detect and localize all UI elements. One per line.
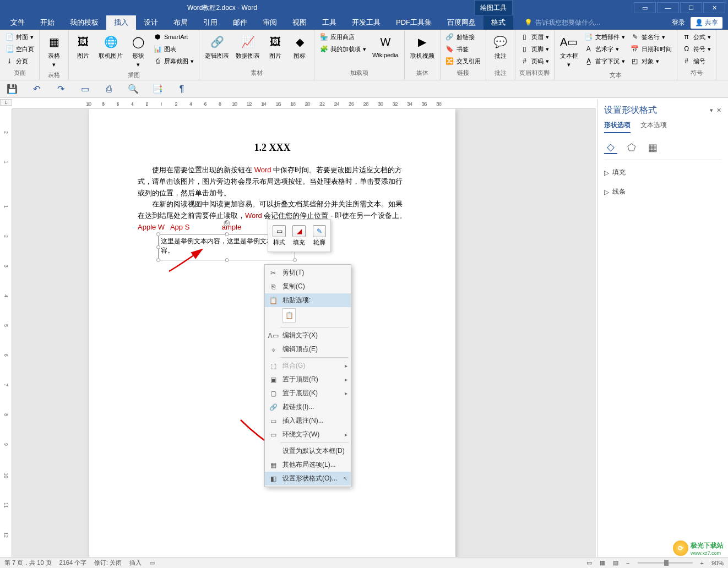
- equation-button[interactable]: π公式 ▾: [681, 31, 713, 42]
- undo-button[interactable]: ↶: [30, 83, 43, 96]
- qat-btn-5[interactable]: ⎙: [102, 83, 116, 96]
- pictures-button[interactable]: 🖼图片: [72, 31, 94, 62]
- online-video-button[interactable]: ▶联机视频: [408, 31, 437, 62]
- header-button[interactable]: ▯页眉 ▾: [519, 31, 551, 42]
- ctx-bring-front[interactable]: ▣置于顶层(R)▸: [265, 373, 351, 386]
- bookmark-button[interactable]: 🔖书签: [444, 43, 482, 54]
- symbol-button[interactable]: Ω符号 ▾: [681, 43, 713, 54]
- cover-page-button[interactable]: 📄封面 ▾: [3, 31, 36, 42]
- zoom-in-button[interactable]: +: [700, 560, 704, 566]
- ctx-hyperlink[interactable]: 🔗超链接(I)...: [265, 400, 351, 414]
- store-button[interactable]: 🏪应用商店: [318, 31, 368, 42]
- fill-section[interactable]: ▷填充: [604, 166, 721, 179]
- shape-options-tab[interactable]: 形状选项: [604, 121, 631, 133]
- ctx-format-shape[interactable]: ◧设置形状格式(O)...↖: [265, 472, 351, 485]
- crossref-button[interactable]: 🔀交叉引用: [444, 56, 482, 67]
- status-track[interactable]: 修订: 关闭: [94, 559, 122, 567]
- ctx-copy[interactable]: ⎘复制(C): [265, 280, 351, 293]
- wordart-button[interactable]: A艺术字 ▾: [583, 43, 627, 54]
- tell-me-search[interactable]: 💡 告诉我您想要做什么...: [513, 18, 672, 28]
- ctx-send-back[interactable]: ▢置于底层(K)▸: [265, 386, 351, 400]
- line-section[interactable]: ▷线条: [604, 185, 721, 199]
- resize-handle-nw[interactable]: [156, 232, 160, 236]
- ctx-more-layout[interactable]: ▦其他布局选项(L)...: [265, 458, 351, 472]
- wikipedia-button[interactable]: WWikipedia: [370, 31, 401, 60]
- ribbon-options-icon[interactable]: ▭: [634, 2, 656, 13]
- tab-developer[interactable]: 开发工具: [344, 15, 388, 30]
- tab-mytemplates[interactable]: 我的模板: [62, 15, 106, 30]
- status-page[interactable]: 第 7 页，共 10 页: [4, 559, 52, 567]
- view-print-icon[interactable]: ▦: [600, 559, 605, 566]
- ctx-cut[interactable]: ✂剪切(T): [265, 266, 351, 280]
- text-options-tab[interactable]: 文本选项: [640, 121, 667, 133]
- qat-btn-8[interactable]: ¶: [175, 83, 188, 96]
- share-button[interactable]: 👤 共享: [691, 17, 722, 29]
- tab-baidu[interactable]: 百度网盘: [439, 15, 483, 30]
- logic-chart-button[interactable]: 🔗逻辑图表: [203, 31, 231, 62]
- tab-review[interactable]: 审阅: [255, 15, 285, 30]
- smartart-button[interactable]: ⬢SmartArt: [151, 31, 195, 42]
- mini-fill-button[interactable]: ◢填充: [290, 221, 308, 250]
- save-button[interactable]: 💾: [6, 83, 19, 96]
- redo-button[interactable]: ↷: [54, 83, 67, 96]
- zoom-slider[interactable]: [638, 562, 693, 564]
- mini-outline-button[interactable]: ✎轮廓: [310, 221, 329, 250]
- tab-insert[interactable]: 插入: [106, 15, 136, 30]
- pane-dropdown-icon[interactable]: ▾: [710, 107, 713, 114]
- qat-btn-6[interactable]: 🔍: [127, 83, 140, 96]
- pagenum-button[interactable]: #页码 ▾: [519, 56, 551, 67]
- shapes-button[interactable]: ◯形状▾: [127, 31, 149, 70]
- blank-page-button[interactable]: 📃空白页: [3, 43, 36, 54]
- dropcap-button[interactable]: A̲首字下沉 ▾: [583, 56, 627, 67]
- tab-mailings[interactable]: 邮件: [225, 15, 255, 30]
- number-button[interactable]: #编号: [681, 56, 713, 67]
- resize-handle-w[interactable]: [156, 245, 160, 249]
- horizontal-ruler[interactable]: 1086422468101214161820222426283032343638: [12, 99, 596, 109]
- ctx-edit-points[interactable]: ⟐编辑顶点(E): [265, 342, 351, 356]
- view-read-icon[interactable]: ▭: [586, 559, 592, 566]
- hyperlink-button[interactable]: 🔗超链接: [444, 31, 482, 42]
- close-icon[interactable]: ✕: [703, 2, 725, 13]
- tab-pdf[interactable]: PDF工具集: [388, 15, 439, 30]
- screenshot-button[interactable]: ⎙屏幕截图 ▾: [151, 56, 195, 67]
- fill-line-tab-icon[interactable]: ◇: [604, 141, 617, 154]
- zoom-level[interactable]: 90%: [711, 560, 724, 566]
- minimize-icon[interactable]: —: [657, 2, 679, 13]
- zoom-out-button[interactable]: −: [626, 560, 629, 566]
- online-pictures-button[interactable]: 🌐联机图片: [96, 31, 125, 62]
- login-link[interactable]: 登录: [672, 18, 685, 28]
- ctx-edit-text[interactable]: A▭编辑文字(X): [265, 329, 351, 342]
- effects-tab-icon[interactable]: ⬠: [625, 141, 638, 154]
- status-extra-icon[interactable]: ▭: [149, 559, 155, 566]
- qat-btn-4[interactable]: ▭: [78, 83, 91, 96]
- tab-view[interactable]: 视图: [285, 15, 314, 30]
- qat-btn-7[interactable]: 📑: [151, 83, 164, 96]
- my-addins-button[interactable]: 🧩我的加载项 ▾: [318, 43, 368, 54]
- resize-handle-se[interactable]: [293, 258, 297, 262]
- vertical-ruler[interactable]: 2112345678910111213141516171819202122232…: [0, 109, 12, 557]
- tab-file[interactable]: 文件: [3, 15, 32, 30]
- pane-close-icon[interactable]: ✕: [716, 107, 721, 114]
- material-picture-button[interactable]: 🖼图片: [264, 31, 286, 62]
- textbox-button[interactable]: A▭文本框▾: [558, 31, 580, 70]
- data-chart-button[interactable]: 📈数据图表: [233, 31, 262, 62]
- object-button[interactable]: ◰对象 ▾: [629, 56, 673, 67]
- mini-style-button[interactable]: ▭样式: [270, 221, 289, 250]
- ctx-wrap-text[interactable]: ▭环绕文字(W)▸: [265, 428, 351, 441]
- layout-tab-icon[interactable]: ▦: [646, 141, 659, 154]
- resize-handle-s[interactable]: [225, 258, 229, 262]
- tab-home[interactable]: 开始: [32, 15, 62, 30]
- tab-tools[interactable]: 工具: [314, 15, 344, 30]
- tab-design[interactable]: 设计: [136, 15, 166, 30]
- status-words[interactable]: 2164 个字: [59, 559, 87, 567]
- datetime-button[interactable]: 📅日期和时间: [629, 43, 673, 54]
- tab-references[interactable]: 引用: [195, 15, 225, 30]
- rotation-handle[interactable]: [224, 220, 230, 226]
- tab-layout[interactable]: 布局: [166, 15, 195, 30]
- ctx-paste-picture[interactable]: 📋: [282, 308, 296, 323]
- quickparts-button[interactable]: 📑文档部件 ▾: [583, 31, 627, 42]
- footer-button[interactable]: ▯页脚 ▾: [519, 43, 551, 54]
- comment-button[interactable]: 💬批注: [490, 31, 512, 62]
- resize-handle-sw[interactable]: [156, 258, 160, 262]
- tab-format[interactable]: 格式: [483, 15, 513, 30]
